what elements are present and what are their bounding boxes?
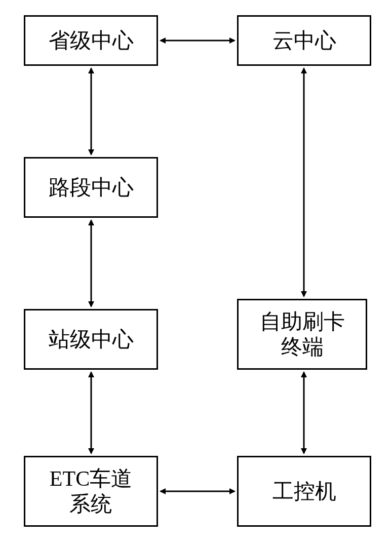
- industrial-pc-label: 工控机: [272, 479, 336, 504]
- self-service-terminal-label: 自助刷卡 终端: [260, 309, 345, 360]
- station-center-box: 站级中心: [24, 309, 158, 370]
- etc-lane-system-label: ETC车道 系统: [50, 466, 132, 517]
- section-center-box: 路段中心: [24, 157, 158, 218]
- provincial-center-label: 省级中心: [49, 28, 134, 53]
- provincial-center-box: 省级中心: [24, 15, 158, 66]
- station-center-label: 站级中心: [49, 327, 134, 352]
- section-center-label: 路段中心: [49, 175, 134, 200]
- industrial-pc-box: 工控机: [237, 456, 371, 527]
- self-service-terminal-box: 自助刷卡 终端: [237, 299, 367, 370]
- etc-lane-system-box: ETC车道 系统: [24, 456, 158, 527]
- cloud-center-box: 云中心: [237, 15, 371, 66]
- cloud-center-label: 云中心: [272, 28, 336, 53]
